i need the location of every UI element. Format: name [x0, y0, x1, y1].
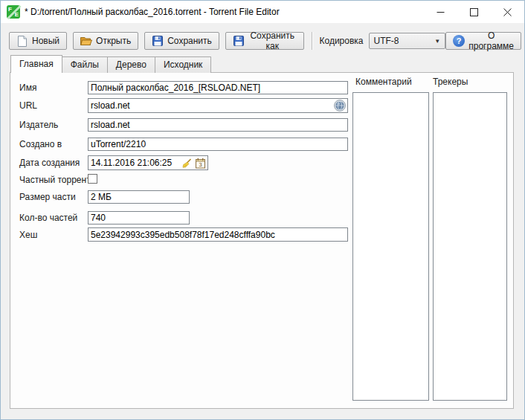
close-button[interactable]	[491, 1, 524, 23]
save-as-button-label: Сохранить как	[248, 30, 297, 51]
app-logo-icon: F E	[7, 5, 20, 19]
tab-main[interactable]: Главная	[10, 55, 62, 73]
toolbar-separator	[312, 32, 313, 50]
tab-bar: Главная Файлы Дерево Исходник	[10, 55, 210, 73]
app-icon-letter-f: F	[8, 7, 12, 13]
private-torrent-checkbox[interactable]	[88, 174, 97, 184]
about-button[interactable]: ? О программе	[445, 32, 521, 50]
creation-date-input[interactable]	[88, 158, 180, 168]
publisher-input[interactable]	[88, 118, 348, 132]
encoding-select[interactable]: UTF-8 ▼	[369, 33, 446, 49]
piece-size-label: Размер части	[19, 192, 76, 202]
save-button[interactable]: Сохранить	[144, 32, 219, 50]
piece-size-input[interactable]	[88, 190, 190, 204]
publisher-label: Издатель	[19, 120, 58, 130]
window-controls	[424, 1, 524, 23]
hash-label: Хеш	[19, 230, 37, 240]
calendar-icon[interactable]: 3	[193, 156, 207, 169]
created-by-input[interactable]	[88, 138, 348, 151]
name-input[interactable]	[88, 81, 348, 94]
save-floppy-icon	[152, 35, 164, 47]
save-button-label: Сохранить	[167, 36, 212, 46]
question-icon: ?	[453, 35, 465, 47]
trackers-textarea[interactable]	[433, 92, 507, 401]
creation-date-label: Дата создания	[19, 158, 80, 168]
open-url-globe-icon[interactable]	[333, 99, 347, 112]
minimize-button[interactable]	[424, 1, 457, 23]
chevron-down-icon: ▼	[434, 38, 440, 45]
url-input[interactable]	[88, 100, 333, 111]
window-title: * D:/torrent/Полный расколбас_2016.torre…	[25, 7, 424, 17]
hash-input[interactable]	[88, 227, 348, 242]
private-torrent-label: Частный торрент	[19, 175, 91, 185]
open-button-label: Открыть	[96, 36, 131, 46]
comment-textarea[interactable]	[352, 92, 429, 401]
open-folder-icon	[80, 35, 92, 47]
name-label: Имя	[19, 83, 36, 93]
main-tab-panel: Имя URL Издатель Создано в Дата создания	[10, 72, 514, 409]
svg-text:3: 3	[199, 161, 202, 168]
app-window: F E * D:/torrent/Полный расколбас_2016.t…	[0, 0, 525, 420]
creation-date-field: 3	[88, 155, 208, 170]
comment-label: Комментарий	[355, 77, 412, 87]
toolbar: Новый Открыть Сохранить Сохранить как Ко…	[9, 31, 521, 51]
new-document-icon	[16, 35, 28, 47]
trackers-label: Трекеры	[433, 77, 468, 87]
tab-files[interactable]: Файлы	[62, 56, 108, 73]
app-icon-letter-e: E	[15, 12, 19, 18]
url-label: URL	[19, 100, 37, 111]
url-field	[88, 98, 348, 113]
created-by-label: Создано в	[19, 139, 62, 149]
tab-source[interactable]: Исходник	[155, 56, 211, 73]
titlebar: F E * D:/torrent/Полный расколбас_2016.t…	[1, 1, 524, 23]
maximize-button[interactable]	[457, 1, 491, 23]
new-button[interactable]: Новый	[9, 32, 67, 50]
open-button[interactable]: Открыть	[73, 32, 138, 50]
clear-date-broom-icon[interactable]	[180, 156, 193, 169]
new-button-label: Новый	[32, 36, 59, 46]
save-as-floppy-icon	[233, 35, 245, 47]
encoding-label: Кодировка	[320, 36, 364, 46]
save-as-button[interactable]: Сохранить как	[225, 32, 304, 50]
piece-count-input[interactable]	[88, 211, 190, 224]
piece-count-label: Кол-во частей	[19, 213, 77, 223]
about-button-label: О программе	[468, 30, 514, 51]
encoding-selected-value: UTF-8	[374, 36, 435, 46]
tab-tree[interactable]: Дерево	[107, 56, 155, 73]
